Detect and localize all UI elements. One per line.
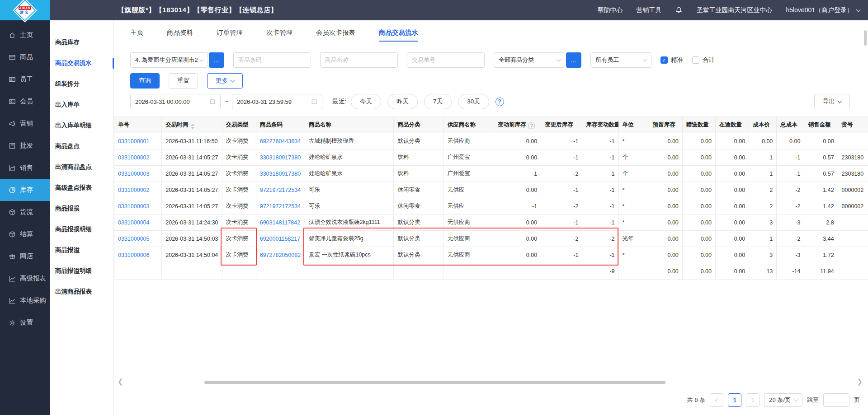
sidebar-item-home[interactable]: 主页 [0, 24, 50, 46]
category-select[interactable]: 全部商品分类 [494, 52, 565, 68]
staff-select[interactable]: 所有员工 [590, 52, 651, 68]
quick-range-button-3[interactable]: 30天 [458, 94, 489, 109]
submenu-item-goods-loss-detail[interactable]: 商品报损明细 [50, 219, 113, 240]
order-no-input[interactable]: 交易单号 [407, 52, 485, 68]
submenu-item-advanced-stocktake-report[interactable]: 高级盘点报表 [50, 177, 113, 198]
date-from-input[interactable]: 2026-03-31 00:00:00 [130, 94, 221, 109]
vertical-scrollbar-thumb[interactable] [864, 30, 867, 46]
sidebar-item-local-purchase[interactable]: 本地采购 [0, 289, 50, 312]
tab-card-manage[interactable]: 次卡管理 [266, 28, 292, 42]
cell-barcode[interactable]: 6922760443634 [256, 133, 305, 149]
order-no-link[interactable]: 0331000002 [118, 187, 150, 193]
quick-range-button-0[interactable]: 今天 [351, 94, 381, 109]
prev-page-button[interactable] [710, 393, 723, 407]
sidebar-item-settlement[interactable]: 结算 [0, 223, 50, 245]
current-page-button[interactable]: 1 [728, 393, 741, 407]
submenu-item-goods-transaction-flow[interactable]: 商品交易流水 [50, 53, 113, 74]
barcode-link[interactable]: 9721972172534 [260, 187, 301, 193]
date-to-input[interactable]: 2026-03-31 23:59:59 [232, 94, 322, 109]
date-help-icon[interactable]: ? [495, 98, 504, 106]
cell-barcode[interactable]: 9721972172534 [256, 182, 305, 198]
submenu-item-goods-overflow[interactable]: 商品报溢 [50, 240, 113, 261]
cell-order-no[interactable]: 0331000003 [114, 198, 162, 214]
barcode-link[interactable]: 6920001158217 [260, 236, 300, 242]
submenu-item-goods-stocktake[interactable]: 商品盘点 [50, 136, 113, 157]
order-no-link[interactable]: 0331000001 [118, 138, 150, 145]
sidebar-item-member[interactable]: 会员 [0, 90, 50, 112]
col-header-time[interactable]: 交易时间 [162, 117, 222, 133]
cell-barcode[interactable]: 9721972172534 [256, 198, 305, 214]
quick-range-button-2[interactable]: 7天 [424, 94, 452, 109]
sidebar-item-wholesale[interactable]: 批发 [0, 135, 50, 157]
header-help-icon[interactable]: ? [528, 122, 535, 129]
horizontal-scrollbar-thumb[interactable] [204, 381, 665, 384]
cell-order-no[interactable]: 0331000002 [114, 182, 162, 198]
tab-member-card-report[interactable]: 会员次卡报表 [316, 28, 355, 42]
scroll-right-arrow[interactable]: ❯ [857, 378, 863, 386]
barcode-link[interactable]: 3303180917380 [260, 171, 301, 177]
reset-button[interactable]: 重置 [169, 73, 198, 89]
page-size-select[interactable]: 20 条/页 [764, 393, 802, 407]
sidebar-item-staff[interactable]: 员工 [0, 68, 50, 90]
app-logo[interactable]: AIBAO 爱宝 [0, 0, 50, 20]
order-no-link[interactable]: 0331000006 [118, 252, 150, 258]
precise-checkbox[interactable]: ✓ 精准 [660, 56, 683, 64]
order-no-link[interactable]: 0331000002 [118, 154, 150, 161]
next-page-button[interactable] [746, 393, 760, 407]
cell-order-no[interactable]: 0331000006 [114, 247, 162, 263]
submenu-item-clearance-goods-report[interactable]: 出清商品报表 [50, 281, 113, 302]
cell-barcode[interactable]: 3303180917380 [256, 149, 305, 166]
cell-barcode[interactable]: 6920001158217 [256, 231, 305, 247]
sidebar-item-onlineshop[interactable]: 网店 [0, 245, 50, 267]
order-no-link[interactable]: 0331000005 [118, 236, 150, 242]
submenu-item-goods-loss[interactable]: 商品报损 [50, 198, 113, 219]
sidebar-item-marketing[interactable]: 营销 [0, 112, 50, 135]
submenu-item-assemble-split[interactable]: 组装拆分 [50, 74, 113, 94]
goods-name-input[interactable]: 商品名称 [320, 52, 398, 68]
export-button[interactable]: 导出 [814, 94, 850, 109]
cell-order-no[interactable]: 0331000004 [114, 214, 162, 231]
tab-goods-transaction-flow[interactable]: 商品交易流水 [379, 28, 418, 42]
total-checkbox[interactable]: 合计 [692, 56, 715, 64]
store-more-button[interactable]: … [209, 52, 224, 68]
barcode-input[interactable]: 商品条码 [233, 52, 311, 68]
cell-barcode[interactable]: 6972782050082 [256, 247, 305, 263]
order-no-link[interactable]: 0331000003 [118, 171, 150, 177]
more-button[interactable]: 更多 [207, 73, 243, 89]
cell-order-no[interactable]: 0331000002 [114, 149, 162, 166]
sidebar-item-sales[interactable]: 销售 [0, 157, 50, 179]
cell-barcode[interactable]: 3303180917380 [256, 166, 305, 182]
sidebar-item-advanced-report[interactable]: 高级报表 [0, 267, 50, 289]
barcode-link[interactable]: 6972782050082 [260, 252, 301, 258]
order-no-link[interactable]: 0331000004 [118, 219, 150, 226]
order-no-link[interactable]: 0331000003 [118, 203, 150, 210]
sidebar-item-logistics[interactable]: 货流 [0, 201, 50, 223]
marketing-tools-link[interactable]: 营销工具 [636, 6, 661, 14]
jump-page-input[interactable] [823, 393, 849, 407]
submenu-item-clearance-goods-stocktake[interactable]: 出清商品盘点 [50, 157, 113, 177]
tab-home[interactable]: 主页 [130, 28, 143, 42]
query-button[interactable]: 查询 [130, 73, 160, 89]
cell-order-no[interactable]: 0331000003 [114, 166, 162, 182]
submenu-item-goods-overflow-detail[interactable]: 商品报溢明细 [50, 261, 113, 281]
sort-icon[interactable] [191, 124, 194, 129]
barcode-link[interactable]: 6922760443634 [260, 138, 301, 145]
cell-barcode[interactable]: 6903148117842 [256, 214, 305, 231]
submenu-item-in-out-order[interactable]: 出入库单 [50, 94, 113, 115]
notification-bell-icon[interactable] [675, 6, 683, 14]
account-menu[interactable]: h5love001（商户登录） [786, 6, 860, 14]
help-center-link[interactable]: 帮助中心 [597, 6, 623, 14]
store-select[interactable]: 4. 為愛而生分店深圳市2 [130, 52, 208, 68]
barcode-link[interactable]: 6903148117842 [260, 219, 300, 226]
tab-order-manage[interactable]: 订单管理 [217, 28, 243, 42]
barcode-link[interactable]: 3303180917380 [260, 154, 301, 161]
sidebar-item-goods[interactable]: 商品 [0, 46, 50, 68]
submenu-item-in-out-order-detail[interactable]: 出入库单明细 [50, 115, 113, 136]
category-more-button[interactable]: … [566, 52, 581, 68]
sidebar-item-settings[interactable]: 设置 [0, 312, 50, 334]
sidebar-item-inventory[interactable]: 库存 [0, 179, 50, 201]
submenu-item-goods-stock[interactable]: 商品库存 [50, 32, 113, 53]
cell-order-no[interactable]: 0331000005 [114, 231, 162, 247]
scroll-left-arrow[interactable]: ❮ [118, 378, 123, 386]
cell-order-no[interactable]: 0331000001 [114, 133, 162, 149]
